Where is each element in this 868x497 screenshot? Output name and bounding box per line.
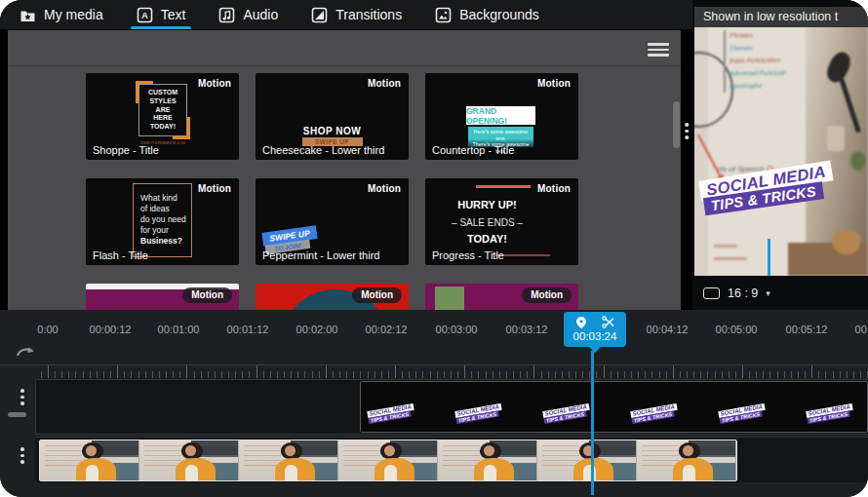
motion-badge: Motion bbox=[368, 78, 401, 89]
motion-badge: Motion bbox=[537, 183, 571, 194]
timeline-timestamp: 00:05:12 bbox=[786, 324, 828, 335]
timeline-ruler[interactable] bbox=[35, 365, 868, 379]
template-preview-graphic: What kind of ideas do you need for your … bbox=[133, 183, 192, 257]
low-resolution-banner: Shown in low resolution t bbox=[694, 7, 868, 27]
text-clip[interactable]: SOCIAL MEDIATIPS & TRICKSSOCIAL MEDIATIP… bbox=[360, 381, 868, 433]
whiteboard-scribble bbox=[714, 245, 737, 248]
timeline-timestamp: 00:04:12 bbox=[647, 324, 689, 335]
tab-text[interactable]: A Text bbox=[137, 0, 186, 29]
panel-resize-handle[interactable] bbox=[681, 30, 692, 310]
thumb-tank bbox=[86, 465, 99, 480]
timeline-timestamp: 00:06:00 bbox=[855, 324, 868, 335]
motion-badge: Motion bbox=[198, 78, 231, 89]
thumb-tank bbox=[683, 465, 695, 480]
template-tile-partial[interactable]: Motion bbox=[256, 284, 409, 310]
playhead-time: 00:03:24 bbox=[564, 330, 626, 342]
template-tile-progress[interactable]: Motion HURRY UP! – SALE ENDS – TODAY! Pr… bbox=[425, 178, 578, 265]
redo-icon[interactable] bbox=[15, 342, 36, 360]
tab-my-media[interactable]: My media bbox=[20, 0, 103, 29]
text-clip-thumbnail: SOCIAL MEDIATIPS & TRICKS bbox=[542, 403, 590, 424]
text-clip-thumbnail: SOCIAL MEDIATIPS & TRICKS bbox=[630, 403, 678, 424]
timeline-timestamp: 00:01:12 bbox=[227, 324, 269, 335]
split-scissors-icon[interactable] bbox=[602, 316, 614, 328]
whiteboard-scribble bbox=[714, 257, 747, 260]
tab-label: Audio bbox=[243, 7, 278, 22]
desk-lamp-arm bbox=[839, 78, 861, 134]
playhead-actions bbox=[564, 312, 626, 329]
tab-label: Backgrounds bbox=[459, 7, 539, 22]
tab-label: My media bbox=[44, 7, 103, 22]
menu-icon[interactable] bbox=[648, 43, 669, 59]
timeline-timestamps: 0:0000:00:1200:01:0000:01:1200:02:0000:0… bbox=[0, 324, 868, 337]
template-tile-peppermint[interactable]: Motion SWIPE UP TO JOIN! Peppermint - Lo… bbox=[256, 178, 409, 265]
marker-pin-icon[interactable] bbox=[575, 316, 587, 329]
video-frame-thumbnail bbox=[637, 440, 736, 480]
playhead-line[interactable] bbox=[591, 351, 594, 495]
drag-handle-icon bbox=[685, 120, 689, 142]
template-tile-flash[interactable]: Motion What kind of ideas do you need fo… bbox=[86, 178, 239, 265]
text-clip-thumbnail: SOCIAL MEDIATIPS & TRICKS bbox=[806, 403, 853, 424]
video-preview-stage: PhrasesClausesBasic PunctuationAdvanced … bbox=[694, 7, 868, 276]
plant bbox=[850, 151, 866, 171]
template-name: Flash - Title bbox=[93, 249, 148, 261]
timeline-timestamp: 00:00:12 bbox=[90, 324, 132, 335]
timeline-timestamp: 00:05:00 bbox=[716, 324, 758, 335]
panel-scrollbar-thumb[interactable] bbox=[673, 101, 680, 148]
aspect-ratio-selector[interactable]: 16 : 9 ▾ bbox=[703, 287, 770, 300]
motion-badge: Motion bbox=[537, 78, 571, 89]
text-icon: A bbox=[137, 7, 153, 23]
video-track-options-button[interactable] bbox=[20, 444, 24, 467]
video-frame-thumbnail bbox=[438, 440, 537, 480]
template-tile-partial[interactable]: Motion bbox=[425, 284, 578, 310]
video-frame-thumbnail bbox=[537, 440, 637, 480]
text-clip-thumbnail: SOCIAL MEDIATIPS & TRICKS bbox=[367, 403, 414, 424]
template-preview-graphic: SHOP NOW SWIPE UP bbox=[256, 126, 409, 146]
tab-audio[interactable]: Audio bbox=[218, 0, 278, 29]
template-preview-graphic: CUSTOM STYLES ARE HERE TODAY! bbox=[138, 84, 187, 136]
template-tile-cheesecake[interactable]: Motion SHOP NOW SWIPE UP Cheesecake - Lo… bbox=[256, 73, 409, 160]
tab-transitions[interactable]: Transitions bbox=[311, 0, 402, 29]
tab-backgrounds[interactable]: Backgrounds bbox=[435, 0, 539, 29]
panel-header bbox=[8, 30, 681, 66]
template-grid: Motion CUSTOM STYLES ARE HERE TODAY! WWW… bbox=[86, 73, 578, 310]
motion-badge: Motion bbox=[182, 287, 232, 303]
timeline-timestamp: 00:02:00 bbox=[296, 324, 338, 335]
template-preview-graphic: HURRY UP! – SALE ENDS – TODAY! bbox=[435, 197, 539, 248]
thumb-tank bbox=[384, 465, 397, 480]
template-tile-shoppe[interactable]: Motion CUSTOM STYLES ARE HERE TODAY! WWW… bbox=[86, 73, 239, 160]
backgrounds-icon bbox=[435, 7, 452, 23]
timeline-timestamp: 00:01:00 bbox=[158, 324, 200, 335]
template-name: Countertop - Title bbox=[432, 144, 514, 156]
thumb-tank bbox=[583, 465, 596, 480]
whiteboard-text: Phrases bbox=[730, 27, 786, 41]
video-editor-window: My media A Text Audio Transitions bbox=[0, 0, 868, 497]
tab-label: Text bbox=[161, 7, 186, 22]
timeline-timestamp: 00:03:12 bbox=[506, 324, 548, 335]
text-track-lane: SOCIAL MEDIATIPS & TRICKSSOCIAL MEDIATIP… bbox=[35, 379, 868, 435]
template-name: Cheesecake - Lower third bbox=[262, 144, 384, 156]
preview-footer: 16 : 9 ▾ bbox=[692, 276, 868, 310]
thumb-tank bbox=[484, 465, 496, 480]
playhead-tooltip[interactable]: 00:03:24 bbox=[564, 312, 626, 347]
video-frame-thumbnail bbox=[139, 440, 239, 480]
video-frame-thumbnail bbox=[239, 440, 338, 480]
tab-label: Transitions bbox=[335, 7, 402, 22]
video-clip[interactable] bbox=[39, 440, 737, 481]
audio-icon bbox=[218, 7, 235, 23]
whiteboard-list: PhrasesClausesBasic PunctuationAdvanced … bbox=[730, 28, 786, 92]
track-divider-handle[interactable] bbox=[8, 412, 26, 417]
motion-badge: Motion bbox=[522, 287, 572, 303]
template-accent-line bbox=[476, 185, 531, 188]
motion-badge: Motion bbox=[352, 287, 402, 303]
template-name: Shoppe - Title bbox=[93, 144, 159, 156]
template-tile-partial[interactable]: Motion bbox=[86, 284, 239, 310]
monitor-icon bbox=[703, 287, 720, 299]
media-toolbar: My media A Text Audio Transitions bbox=[0, 0, 694, 29]
text-templates-panel: Motion CUSTOM STYLES ARE HERE TODAY! WWW… bbox=[8, 30, 681, 310]
text-track-options-button[interactable] bbox=[20, 386, 24, 408]
timeline-timestamp: 00:03:00 bbox=[436, 324, 478, 335]
chevron-down-icon: ▾ bbox=[766, 288, 770, 298]
template-tile-countertop[interactable]: Motion GRAND OPENING! Here's some awesom… bbox=[425, 73, 578, 160]
motion-badge: Motion bbox=[368, 183, 401, 194]
template-name: Progress - Title bbox=[432, 249, 504, 261]
